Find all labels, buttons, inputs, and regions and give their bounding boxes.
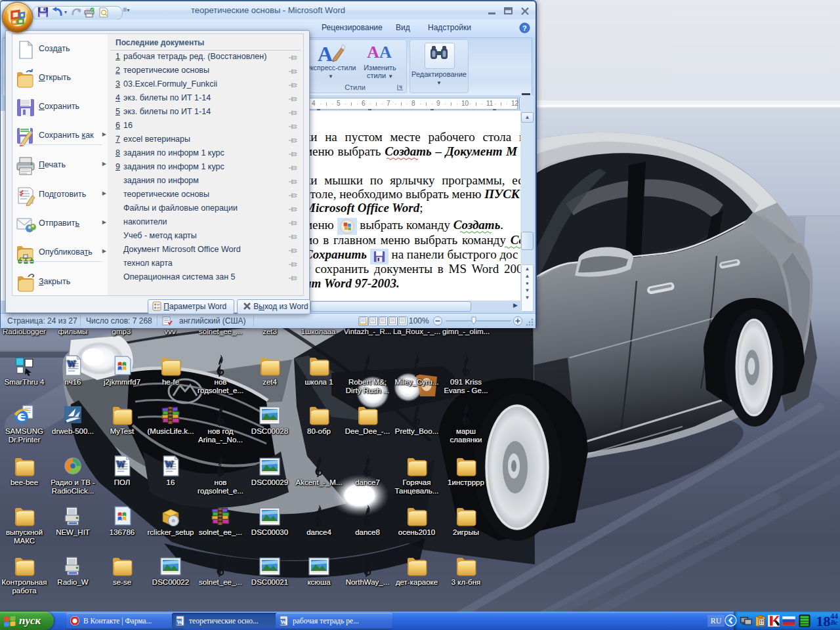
svg-text:?: ? bbox=[522, 24, 527, 32]
svg-text:W: W bbox=[177, 619, 182, 625]
svg-text:A: A bbox=[318, 42, 333, 64]
svg-text:W: W bbox=[280, 619, 286, 625]
